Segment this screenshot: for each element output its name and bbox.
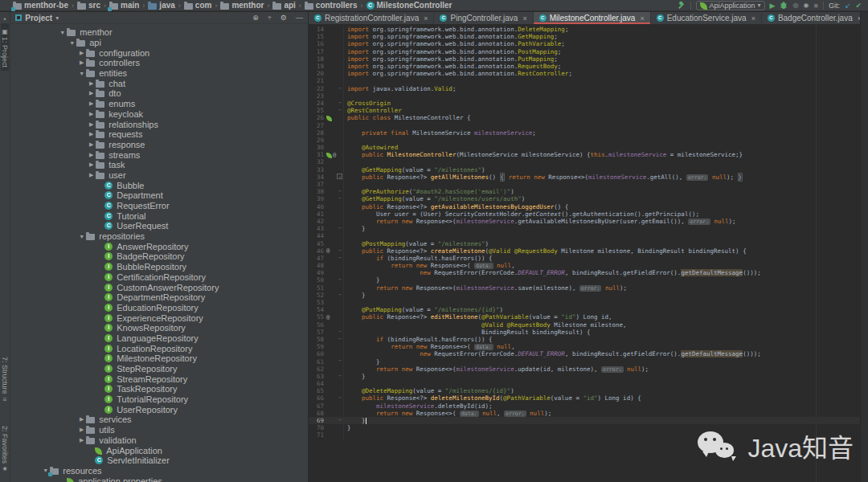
tree-item[interactable]: ▼resources [10,466,308,476]
tree-expand-icon[interactable]: ▶ [87,80,96,87]
fold-marker[interactable]: − [337,276,344,284]
git-update-button[interactable]: ↙ [845,1,851,10]
tree-item[interactable]: IDepartmentRepository [10,292,308,303]
code-line[interactable]: 49 new RequestError(ErrorCode.DEFAULT_ER… [309,269,868,276]
code-line[interactable]: 29 [309,137,868,144]
tree-item[interactable]: CDepartment [10,190,308,201]
tree-item[interactable]: ▶task [10,160,308,170]
fold-marker[interactable]: − [337,100,344,107]
tree-expand-icon[interactable]: ▶ [77,437,86,443]
tree-expand-icon[interactable]: ▶ [87,172,96,178]
code-line[interactable]: 15import org.springframework.web.bind.an… [309,33,868,40]
code-line[interactable]: 39− @GetMapping(value = "/milestones/use… [309,195,868,202]
tree-expand-icon[interactable]: ▶ [87,111,96,117]
run-button[interactable]: ▶ [770,1,776,10]
code-line[interactable]: 61− } [309,357,868,365]
debug-button[interactable] [780,0,788,13]
code-line[interactable]: 32 [309,158,868,165]
code-line[interactable]: 16import org.springframework.web.bind.an… [309,40,868,47]
code-line[interactable]: 14import org.springframework.web.bind.an… [309,26,868,33]
fold-marker[interactable]: − [337,417,344,424]
tree-expand-icon[interactable]: ▶ [87,152,96,158]
tree-item[interactable]: ▼repositories [10,231,308,242]
tree-expand-icon[interactable]: ▶ [77,50,86,56]
code-line[interactable]: 56 @Valid @RequestBody Milestone milesto… [309,321,868,329]
breadcrumb-item[interactable]: api [272,1,295,10]
chevron-down-icon[interactable]: ▾ [55,14,59,22]
code-line[interactable]: 26public class MilestoneController { [309,114,868,121]
code-line[interactable]: 27 [309,121,868,129]
code-line[interactable]: 42 return new Response<>(milestoneServic… [309,218,868,225]
code-line[interactable]: 44 [309,232,868,239]
editor-tab[interactable]: CBadgeController.java× [762,12,868,24]
tool-window-favorites-button[interactable]: 2: Favorites ★ [1,423,9,477]
tree-item[interactable]: CRequestError [10,201,308,211]
breadcrumb-item[interactable]: menthor-be [13,1,68,10]
code-line[interactable]: 23 [309,92,868,100]
tree-item[interactable]: IAnswerRepository [10,241,308,251]
code-line[interactable]: 24−@CrossOrigin [309,100,868,107]
tree-expand-icon[interactable]: ▶ [77,416,86,423]
code-line[interactable]: 58− if (bindingResult.hasErrors()) { [309,336,868,343]
tree-item[interactable]: ▶requests [10,129,308,140]
tree-item[interactable]: CUserRequest [10,221,308,231]
tree-expand-icon[interactable]: ▶ [87,131,96,137]
tree-item[interactable]: IBubbleRepository [10,262,308,272]
fold-marker[interactable]: − [337,292,344,299]
fold-marker[interactable]: − [337,255,344,262]
run-configuration-select[interactable]: ApiApplication ▾ [696,1,765,10]
coverage-button[interactable]: ◎ [792,1,798,10]
code-line[interactable]: 57− BindingResult bindingResult) { [309,329,868,336]
editor-tab[interactable]: CEducationService.java× [651,12,762,24]
fold-marker[interactable]: − [337,195,344,202]
code-line[interactable]: 68 return new Response<>( data: null, er… [309,410,868,417]
code-line[interactable]: 34+ public Response<?> getAllMilestones(… [309,174,868,181]
stop-button[interactable]: ■ [813,1,817,10]
fold-marker[interactable]: − [337,85,344,92]
code-line[interactable]: 59 return new Response<>( data: null, [309,343,868,350]
tree-item[interactable]: IStreamRepository [10,374,308,384]
fold-expand-icon[interactable]: + [337,174,342,179]
tool-window-structure-button[interactable]: 7: Structure ≡ [1,353,9,408]
tree-item[interactable]: ApiApplication [10,445,308,455]
code-line[interactable]: 30 @Autowired [309,144,868,151]
tree-item[interactable]: ▶relationships [10,119,308,129]
breadcrumb-item[interactable]: menthor [220,1,264,10]
tree-expand-icon[interactable]: ▶ [87,141,96,148]
profiler-button[interactable]: ◉ [803,1,809,10]
breadcrumb-item[interactable]: CMilestoneController [366,1,452,10]
tree-item[interactable]: IStepRepository [10,364,308,374]
tree-expand-icon[interactable]: ▼ [68,40,76,46]
tool-window-project-button[interactable]: ▣ 1: Project [1,23,9,71]
close-icon[interactable]: × [640,14,644,22]
code-line[interactable]: 31@ public MilestoneController(Milestone… [309,151,868,158]
tree-item[interactable]: ▶utils [10,425,308,435]
editor-tab[interactable]: CRegistrationController.java× [309,12,435,24]
tree-expand-icon[interactable]: ▶ [77,427,86,433]
close-icon[interactable]: × [751,14,755,22]
code-line[interactable]: 65 @DeleteMapping(value = "/milestones/{… [309,387,868,394]
editor-scrollbar[interactable] [860,12,868,482]
tree-item[interactable]: ITutorialRepository [10,394,308,405]
tree-item[interactable]: ICustomAnswerRepository [10,282,308,292]
code-line[interactable]: 28 private final MilestoneService milest… [309,129,868,137]
tree-item[interactable]: ▶chat [10,78,308,88]
code-line[interactable]: 62 return new Response<>(milestoneServic… [309,366,868,373]
code-editor[interactable]: 14import org.springframework.web.bind.an… [309,24,868,482]
code-line[interactable]: 20import org.springframework.web.bind.an… [309,70,868,77]
code-line[interactable]: 54 @PutMapping(value = "/milestones/{id}… [309,306,868,313]
code-line[interactable]: 37 [309,181,868,188]
tree-item[interactable]: IBadgeRepository [10,251,308,262]
breadcrumb-item[interactable]: src [77,1,100,10]
tree-expand-icon[interactable]: ▶ [87,161,96,168]
fold-marker[interactable]: − [337,107,344,114]
code-line[interactable]: 47− if (bindingResult.hasErrors()) { [309,255,868,262]
code-line[interactable]: 41 User user = (User) SecurityContextHol… [309,210,868,218]
fold-marker[interactable]: − [337,247,344,255]
editor-tab[interactable]: CMilestoneController.java× [534,12,651,24]
tree-item[interactable]: ▼entities [10,68,308,79]
code-line[interactable]: 69− } [309,417,868,424]
tree-item[interactable]: CServletInitializer [10,455,308,466]
tree-item[interactable]: ILocationRepository [10,343,308,353]
code-line[interactable]: 45 @PostMapping(value = "/milestones") [309,239,868,247]
